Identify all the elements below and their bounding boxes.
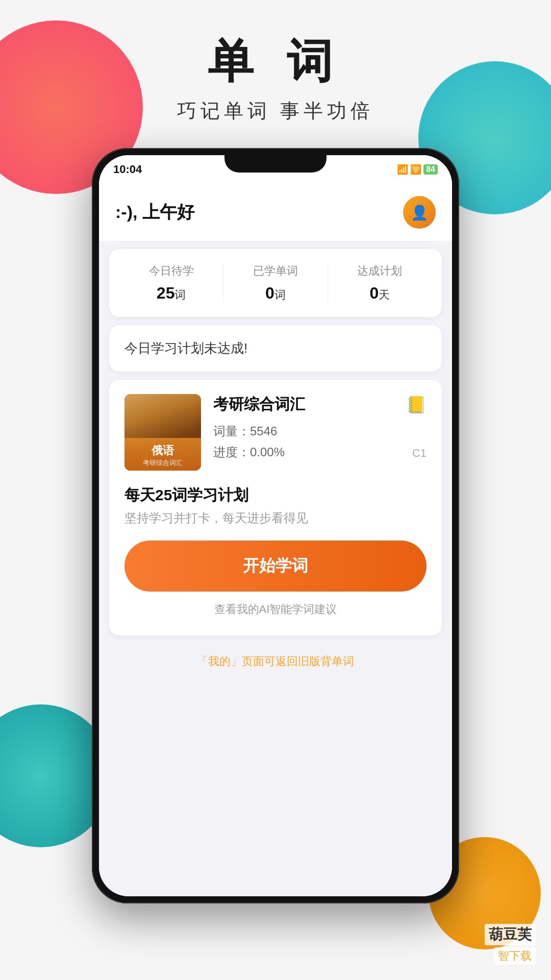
notice-card: 今日学习计划未达成! bbox=[109, 325, 442, 372]
greeting-text: :-), 上午好 bbox=[115, 201, 194, 224]
word-count: 5546 bbox=[250, 424, 277, 438]
book-row: 俄语 考研综合词汇 考研综合词汇 📒 词量：5546 进度：0.00% bbox=[124, 394, 427, 471]
start-study-button[interactable]: 开始学词 bbox=[124, 541, 427, 592]
stat-learned-value: 0词 bbox=[223, 284, 327, 303]
progress-label: 进度： bbox=[213, 445, 250, 459]
screen-content: :-), 上午好 👤 今日待学 25词 已学单词 0词 bbox=[99, 184, 452, 896]
status-right: 📶 🛜 84 bbox=[397, 164, 438, 175]
watermark: 葫豆芙 智下载 bbox=[485, 924, 536, 965]
plan-desc: 坚持学习并打卡，每天进步看得见 bbox=[124, 510, 427, 526]
stat-plan-label: 达成计划 bbox=[328, 263, 432, 279]
stat-plan-value: 0天 bbox=[328, 284, 432, 303]
book-title-row: 考研综合词汇 📒 bbox=[213, 394, 427, 415]
watermark-text-2: 智下载 bbox=[494, 947, 536, 965]
ai-link[interactable]: 查看我的AI智能学词建议 bbox=[124, 602, 427, 617]
progress-value: 0.00% bbox=[250, 445, 285, 459]
book-info: 考研综合词汇 📒 词量：5546 进度：0.00% C1 bbox=[213, 394, 427, 460]
book-title: 考研综合词汇 bbox=[213, 394, 305, 415]
header-section: 单 词 巧记单词 事半功倍 bbox=[0, 31, 551, 124]
phone-screen: 10:04 0.4K/s 📶 🛜 84 :-), 上午好 👤 今日待学 bbox=[99, 155, 452, 896]
signal-icon: 📶 bbox=[397, 164, 408, 175]
book-cover-sub: 考研综合词汇 bbox=[127, 458, 199, 468]
plan-title: 每天25词学习计划 bbox=[124, 485, 427, 506]
book-cover: 俄语 考研综合词汇 bbox=[124, 394, 201, 471]
stat-learned-label: 已学单词 bbox=[223, 263, 327, 279]
wifi-icon: 🛜 bbox=[410, 164, 421, 175]
notice-text: 今日学习计划未达成! bbox=[124, 339, 427, 357]
watermark-text-1: 葫豆芙 bbox=[485, 924, 536, 945]
avatar-button[interactable]: 👤 bbox=[403, 196, 436, 229]
footer-note: 「我的」页面可返回旧版背单词 bbox=[99, 644, 452, 674]
phone-frame: 10:04 0.4K/s 📶 🛜 84 :-), 上午好 👤 今日待学 bbox=[92, 148, 459, 903]
stats-card: 今日待学 25词 已学单词 0词 达成计划 0天 bbox=[109, 249, 442, 317]
notch bbox=[224, 155, 327, 173]
avatar-icon: 👤 bbox=[411, 204, 429, 221]
app-subtitle: 巧记单词 事半功倍 bbox=[0, 98, 551, 124]
app-title: 单 词 bbox=[0, 31, 551, 93]
stat-today: 今日待学 25词 bbox=[119, 263, 223, 303]
battery-indicator: 84 bbox=[423, 164, 438, 175]
status-time: 10:04 bbox=[113, 163, 142, 176]
book-card[interactable]: 俄语 考研综合词汇 考研综合词汇 📒 词量：5546 进度：0.00% bbox=[109, 380, 442, 635]
stat-today-label: 今日待学 bbox=[119, 263, 223, 279]
book-cover-label: 俄语 考研综合词汇 bbox=[124, 438, 201, 471]
stat-today-value: 25词 bbox=[119, 284, 223, 303]
word-count-label: 词量： bbox=[213, 424, 250, 438]
book-bookmark-icon: 📒 bbox=[406, 395, 427, 414]
stat-learned: 已学单词 0词 bbox=[223, 263, 327, 303]
stat-plan: 达成计划 0天 bbox=[328, 263, 432, 303]
book-cover-lang: 俄语 bbox=[127, 443, 199, 458]
greeting-bar: :-), 上午好 👤 bbox=[99, 184, 452, 241]
